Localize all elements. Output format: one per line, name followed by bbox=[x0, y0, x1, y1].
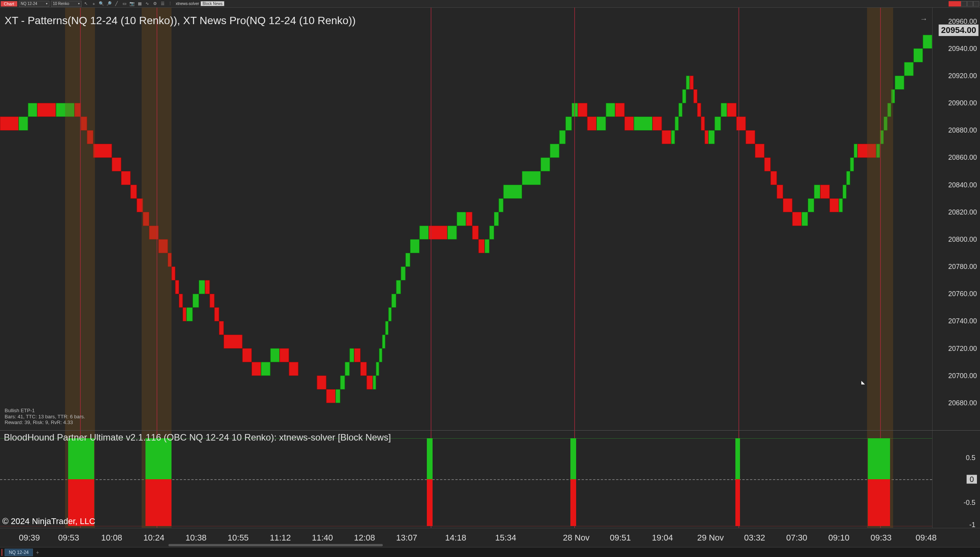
time-tick: 09:33 bbox=[871, 533, 892, 543]
zoom-out-icon[interactable]: 🔎 bbox=[106, 1, 112, 7]
svg-rect-44 bbox=[373, 376, 376, 390]
svg-rect-94 bbox=[721, 103, 727, 117]
indicator-short-bar bbox=[868, 479, 890, 526]
info-line2: Bars: 41, TTC: 13 bars, TTR: 6 bars. bbox=[5, 414, 85, 420]
indicator-short-bar bbox=[735, 479, 740, 526]
indicators-icon[interactable]: ∿ bbox=[144, 1, 150, 7]
time-axis[interactable]: 09:3909:5310:0810:2410:3810:5511:1211:40… bbox=[0, 528, 980, 547]
svg-rect-82 bbox=[671, 130, 675, 144]
svg-rect-51 bbox=[396, 280, 401, 294]
interval-select[interactable]: 10 Renko bbox=[51, 1, 82, 7]
draw-rect-icon[interactable]: ▭ bbox=[121, 1, 127, 7]
news-vline bbox=[80, 8, 81, 430]
symbol-select[interactable]: NQ 12-24 bbox=[19, 1, 49, 7]
y-tick: 20760.00 bbox=[948, 290, 977, 298]
indicator-area[interactable]: BloodHound Partner Ultimate v2.1.116 (OB… bbox=[0, 431, 932, 528]
chart-tab-button[interactable]: Chart bbox=[1, 1, 17, 7]
svg-rect-59 bbox=[466, 212, 472, 226]
y-tick: 20780.00 bbox=[948, 263, 977, 271]
svg-rect-121 bbox=[904, 62, 913, 76]
svg-rect-108 bbox=[830, 198, 839, 212]
svg-rect-49 bbox=[389, 308, 392, 321]
price-y-axis[interactable]: 20960.0020940.0020920.0020900.0020880.00… bbox=[932, 8, 980, 430]
templates-icon[interactable]: ⋮ bbox=[167, 1, 173, 7]
horizontal-scrollbar[interactable] bbox=[168, 544, 383, 546]
crosshair-icon[interactable]: + bbox=[91, 1, 97, 7]
svg-rect-93 bbox=[715, 117, 721, 131]
svg-rect-26 bbox=[214, 308, 219, 321]
indicator-y-tick: 0.5 bbox=[966, 454, 975, 462]
chart-title: XT - Patterns(NQ 12-24 (10 Renko)), XT N… bbox=[5, 15, 356, 27]
svg-rect-33 bbox=[280, 349, 289, 362]
svg-rect-61 bbox=[479, 239, 485, 253]
svg-rect-76 bbox=[606, 103, 615, 117]
instrument-tab[interactable]: NQ 12-24 bbox=[5, 549, 33, 556]
svg-rect-105 bbox=[808, 198, 814, 212]
svg-rect-66 bbox=[503, 185, 522, 199]
svg-rect-60 bbox=[472, 226, 479, 239]
svg-rect-40 bbox=[350, 349, 354, 362]
data-series-icon[interactable]: ▦ bbox=[137, 1, 143, 7]
news-vline bbox=[431, 8, 431, 430]
svg-rect-62 bbox=[485, 239, 489, 253]
zoom-in-icon[interactable]: 🔍 bbox=[98, 1, 105, 7]
info-line1: Bullish ETP-1 bbox=[5, 408, 85, 414]
svg-rect-87 bbox=[690, 76, 694, 90]
svg-rect-69 bbox=[550, 144, 559, 158]
indicator-y-tick: -0.5 bbox=[964, 498, 975, 506]
indicator-y-axis[interactable]: 0 0.5-0.5-1 bbox=[932, 431, 980, 528]
svg-rect-22 bbox=[193, 294, 199, 308]
svg-rect-45 bbox=[376, 362, 379, 376]
snapshot-icon[interactable]: 📷 bbox=[129, 1, 135, 7]
svg-rect-110 bbox=[843, 185, 846, 199]
y-tick: 20860.00 bbox=[948, 154, 977, 162]
svg-rect-18 bbox=[175, 280, 179, 294]
svg-rect-78 bbox=[624, 117, 634, 131]
svg-rect-89 bbox=[697, 103, 701, 117]
svg-rect-101 bbox=[777, 185, 783, 199]
workspace: XT - Patterns(NQ 12-24 (10 Renko)), XT N… bbox=[0, 8, 980, 547]
svg-rect-83 bbox=[675, 117, 679, 131]
block-news-button[interactable]: Block News bbox=[201, 1, 224, 6]
current-price-label: 20954.00 bbox=[939, 25, 978, 36]
time-tick: 29 Nov bbox=[697, 533, 724, 543]
svg-rect-35 bbox=[317, 376, 326, 390]
link-color-icon[interactable] bbox=[949, 1, 955, 7]
indicator-long-bar bbox=[145, 438, 172, 479]
chart-area[interactable]: XT - Patterns(NQ 12-24 (10 Renko)), XT N… bbox=[0, 8, 932, 430]
svg-rect-106 bbox=[814, 185, 820, 199]
maximize-icon[interactable] bbox=[967, 1, 973, 7]
svg-rect-21 bbox=[186, 308, 193, 321]
y-tick: 20700.00 bbox=[948, 372, 977, 380]
svg-rect-77 bbox=[615, 103, 624, 117]
close-icon[interactable] bbox=[973, 1, 979, 7]
svg-rect-107 bbox=[820, 185, 830, 199]
add-tab-icon[interactable]: + bbox=[34, 549, 41, 555]
scroll-right-icon[interactable]: → bbox=[920, 15, 928, 23]
svg-rect-96 bbox=[737, 117, 746, 131]
cursor-icon[interactable]: ↖ bbox=[83, 1, 89, 7]
svg-rect-79 bbox=[634, 117, 653, 131]
svg-rect-43 bbox=[367, 376, 373, 390]
y-tick: 20820.00 bbox=[948, 208, 977, 216]
svg-rect-52 bbox=[401, 267, 405, 280]
svg-rect-80 bbox=[653, 117, 662, 131]
time-tick: 19:04 bbox=[652, 533, 673, 543]
properties-icon[interactable]: ☰ bbox=[160, 1, 166, 7]
indicator-long-bar bbox=[68, 438, 94, 479]
strategies-icon[interactable]: ⚙ bbox=[152, 1, 158, 7]
svg-rect-100 bbox=[771, 171, 777, 185]
svg-rect-10 bbox=[121, 171, 131, 185]
svg-rect-64 bbox=[494, 212, 499, 226]
link-color2-icon[interactable] bbox=[955, 1, 961, 7]
indicator-zero-label: 0 bbox=[967, 475, 977, 484]
svg-rect-95 bbox=[727, 103, 736, 117]
draw-line-icon[interactable]: ╱ bbox=[114, 1, 120, 7]
svg-rect-9 bbox=[112, 157, 121, 171]
minimize-icon[interactable] bbox=[961, 1, 967, 7]
svg-rect-81 bbox=[662, 130, 671, 144]
time-tick: 09:48 bbox=[916, 533, 937, 543]
svg-rect-104 bbox=[802, 212, 808, 226]
time-tick: 11:40 bbox=[312, 533, 333, 543]
svg-rect-42 bbox=[361, 362, 367, 376]
